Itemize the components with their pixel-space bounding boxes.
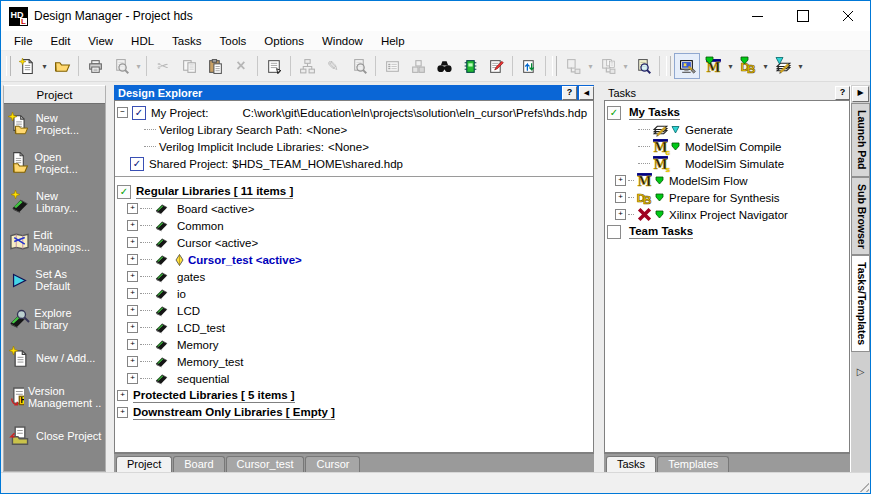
menu-window[interactable]: Window	[313, 33, 372, 49]
side-tab-launch-pad[interactable]: Launch Pad	[851, 103, 870, 177]
sidebar-item-new-add[interactable]: New / Add...	[4, 346, 105, 370]
menu-file[interactable]: File	[5, 33, 42, 49]
tree-row-library[interactable]: +LCD	[117, 302, 591, 319]
expander[interactable]: +	[117, 407, 128, 418]
menu-edit[interactable]: Edit	[42, 33, 80, 49]
tree-row-generate[interactable]: Generate	[607, 121, 847, 138]
generate-through-components-button[interactable]	[560, 53, 586, 79]
tab-board[interactable]: Board	[173, 456, 224, 472]
delete-button[interactable]: ×	[228, 53, 254, 79]
expander[interactable]: +	[127, 254, 138, 265]
expander[interactable]: +	[127, 288, 138, 299]
my-tasks-checkbox[interactable]: ✓	[607, 106, 621, 120]
blocks-button[interactable]	[405, 53, 431, 79]
maximize-button[interactable]	[780, 1, 825, 31]
launch-pad-button[interactable]	[674, 53, 700, 79]
check-document-button[interactable]	[483, 53, 509, 79]
sidebar-item-close-project[interactable]: Close Project	[4, 424, 105, 448]
expander[interactable]: +	[127, 373, 138, 384]
shared-project-checkbox[interactable]: ✓	[130, 157, 144, 171]
sidebar-item-new-project[interactable]: New Project...	[4, 112, 105, 136]
tree-row-library[interactable]: +Board <active>	[117, 200, 591, 217]
explorer-collapse-button[interactable]: ◀	[579, 86, 594, 100]
generate-caret-2[interactable]: ▾	[621, 62, 630, 71]
design-explorer-header[interactable]: Design Explorer ? ◀	[114, 85, 594, 100]
print-preview-caret[interactable]: ▾	[134, 62, 143, 71]
tab-cursor[interactable]: Cursor	[305, 456, 360, 472]
tree-row-modelsim-compile[interactable]: c ModelSim Compile	[607, 138, 847, 155]
team-tasks-checkbox[interactable]	[607, 225, 621, 239]
expander[interactable]: +	[127, 203, 138, 214]
tree-row-library[interactable]: +Common	[117, 217, 591, 234]
side-tab-tasks-templates[interactable]: Tasks/Templates	[851, 255, 870, 352]
toolbar-grip-2[interactable]	[552, 56, 557, 76]
sidebar-item-open-project[interactable]: Open Project...	[4, 151, 105, 175]
sidebar-item-version-management[interactable]: Version Management ..	[4, 385, 105, 409]
menu-view[interactable]: View	[79, 33, 122, 49]
tree-row-library-active[interactable]: +Cursor_test <active>	[117, 251, 591, 268]
toolbar-grip[interactable]	[6, 56, 11, 76]
menu-options[interactable]: Options	[255, 33, 313, 49]
synthesis-caret[interactable]: ▾	[761, 62, 770, 71]
tree-row-my-project[interactable]: − ✓ My Project: C:\work\git\Education\el…	[117, 104, 591, 121]
regular-libraries-checkbox[interactable]: ✓	[117, 185, 131, 199]
menu-hdl[interactable]: HDL	[122, 33, 163, 49]
side-arrow-icon[interactable]: ▷	[851, 366, 870, 377]
print-button[interactable]	[82, 53, 108, 79]
tree-row-verilog-include-libs[interactable]: Verilog Implicit Include Libraries: <Non…	[117, 138, 591, 155]
generate-caret-1[interactable]: ▾	[586, 62, 595, 71]
tab-templates[interactable]: Templates	[657, 456, 729, 472]
tab-cursor-test[interactable]: Cursor_test	[226, 456, 305, 472]
tree-row-verilog-search-path[interactable]: Verilog Library Search Path: <None>	[117, 121, 591, 138]
cut-button[interactable]: ✂	[150, 53, 176, 79]
sidebar-item-set-as-default[interactable]: Set As Default	[4, 268, 105, 292]
tab-project[interactable]: Project	[116, 456, 172, 472]
zoom-document-button[interactable]	[346, 53, 372, 79]
expander[interactable]: +	[117, 390, 128, 401]
side-tab-sub-browser[interactable]: Sub Browser	[851, 177, 870, 256]
tree-row-regular-libraries[interactable]: ✓ Regular Libraries [ 11 items ]	[117, 183, 591, 200]
toolbar-grip-3[interactable]	[666, 56, 671, 76]
tree-row-team-tasks[interactable]: Team Tasks	[607, 223, 847, 240]
close-button[interactable]	[825, 1, 870, 31]
tree-row-downstream-libraries[interactable]: + Downstream Only Libraries [ Empty ]	[117, 404, 591, 421]
paste-button[interactable]	[202, 53, 228, 79]
synthesis-button[interactable]	[735, 53, 761, 79]
collapse-expander[interactable]: −	[117, 107, 128, 118]
menu-tasks[interactable]: Tasks	[163, 33, 210, 49]
tree-row-library[interactable]: +io	[117, 285, 591, 302]
menu-tools[interactable]: Tools	[211, 33, 256, 49]
refresh-document-button[interactable]	[516, 53, 542, 79]
expander[interactable]: +	[615, 175, 626, 186]
tasks-header[interactable]: Tasks ?	[604, 85, 850, 100]
resize-grip[interactable]	[856, 479, 869, 492]
tree-row-shared-project[interactable]: ✓ Shared Project: $HDS_TEAM_HOME\shared.…	[117, 155, 591, 172]
sidebar-item-explore-library[interactable]: Explore Library	[4, 307, 105, 331]
tasks-button[interactable]	[770, 53, 796, 79]
tree-row-xilinx-navigator[interactable]: + Xilinx Project Navigator	[607, 206, 847, 223]
panel-splitter[interactable]	[594, 85, 604, 472]
tree-row-library[interactable]: +gates	[117, 268, 591, 285]
sidebar-item-new-library[interactable]: New Library...	[4, 190, 105, 214]
expander[interactable]: +	[127, 356, 138, 367]
print-preview-button[interactable]	[108, 53, 134, 79]
tree-row-library[interactable]: +Cursor <active>	[117, 234, 591, 251]
expander[interactable]: +	[127, 220, 138, 231]
tree-row-library[interactable]: +Memory	[117, 336, 591, 353]
expander[interactable]: +	[127, 305, 138, 316]
minimize-button[interactable]	[735, 1, 780, 31]
tree-row-modelsim-simulate[interactable]: s ModelSim Simulate	[607, 155, 847, 172]
open-project-button[interactable]	[49, 53, 75, 79]
tree-row-my-tasks[interactable]: ✓ My Tasks	[607, 104, 847, 121]
my-project-checkbox[interactable]: ✓	[132, 106, 146, 120]
tasks-caret[interactable]: ▾	[796, 62, 805, 71]
menu-help[interactable]: Help	[372, 33, 414, 49]
generate-hierarchy-button[interactable]	[595, 53, 621, 79]
new-dropdown-caret[interactable]: ▾	[40, 62, 49, 71]
properties-button[interactable]	[261, 53, 287, 79]
edit-pencil-button[interactable]: ✎	[320, 53, 346, 79]
tree-row-library[interactable]: +Memory_test	[117, 353, 591, 370]
modelsim-caret[interactable]: ▾	[726, 62, 735, 71]
expander[interactable]: +	[127, 237, 138, 248]
details-list-button[interactable]	[379, 53, 405, 79]
